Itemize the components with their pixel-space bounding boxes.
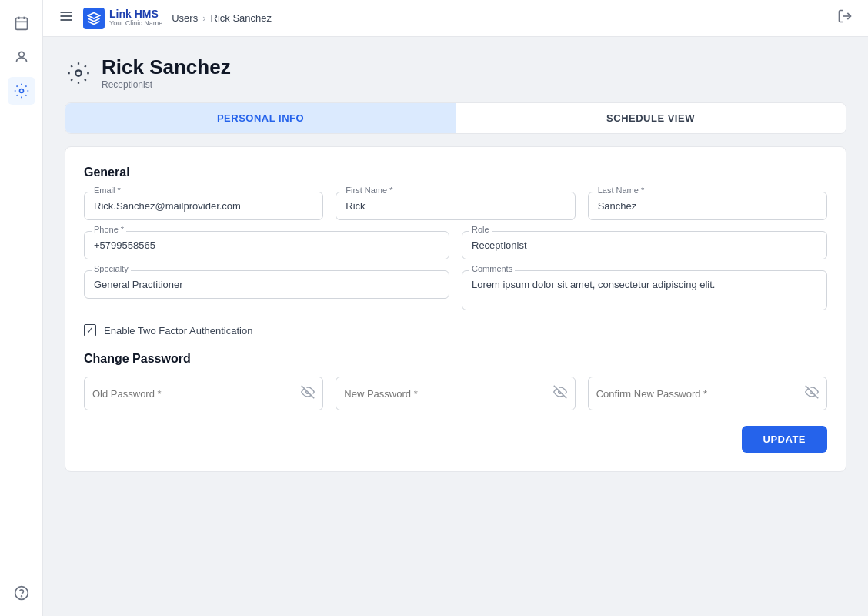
main-card: General Email * First Name * Last Name * <box>65 146 846 472</box>
update-button[interactable]: UPDATE <box>742 426 827 453</box>
brand-sub: Your Clinic Name <box>109 20 162 28</box>
hamburger-button[interactable] <box>58 8 74 28</box>
main-area: Link HMS Your Clinic Name Users › Rick S… <box>43 0 868 616</box>
brand-name: Link HMS <box>109 8 162 20</box>
logo: Link HMS Your Clinic Name <box>83 8 162 29</box>
specialty-label: Specialty <box>92 264 131 273</box>
email-input[interactable] <box>84 192 323 220</box>
role-input[interactable] <box>462 231 827 259</box>
last-name-label: Last Name * <box>596 186 647 195</box>
page-title: Rick Sanchez <box>102 55 231 79</box>
svg-point-4 <box>18 52 24 57</box>
tabs: PERSONAL INFO SCHEDULE VIEW <box>65 102 846 134</box>
phone-label: Phone * <box>92 225 126 234</box>
page-header: Rick Sanchez Receptionist <box>65 55 846 90</box>
comments-field: Comments Lorem ipsum dolor sit amet, con… <box>462 270 827 313</box>
twofa-label: Enable Two Factor Authentication <box>104 325 252 336</box>
first-name-label: First Name * <box>343 186 395 195</box>
checkmark-icon: ✓ <box>86 326 94 335</box>
form-row-1: Email * First Name * Last Name * <box>84 192 827 220</box>
first-name-input[interactable] <box>336 192 575 220</box>
sidebar-item-help[interactable] <box>8 579 35 607</box>
logo-text: Link HMS Your Clinic Name <box>109 8 162 28</box>
twofa-checkbox[interactable]: ✓ <box>84 324 96 336</box>
confirm-password-toggle[interactable] <box>805 385 819 402</box>
svg-point-7 <box>21 596 22 597</box>
password-row <box>84 377 827 410</box>
last-name-field: Last Name * <box>588 192 827 220</box>
actions-row: UPDATE <box>84 426 827 453</box>
svg-rect-0 <box>15 18 27 29</box>
form-row-2: Phone * Role <box>84 231 827 259</box>
tab-personal-info[interactable]: PERSONAL INFO <box>65 103 456 133</box>
new-password-toggle[interactable] <box>553 385 567 402</box>
svg-point-12 <box>75 70 82 76</box>
breadcrumb-users[interactable]: Users <box>172 12 198 24</box>
comments-input[interactable]: Lorem ipsum dolor sit amet, consectetur … <box>462 270 827 310</box>
general-section-title: General <box>84 166 827 179</box>
tab-schedule-view[interactable]: SCHEDULE VIEW <box>456 103 846 133</box>
topnav: Link HMS Your Clinic Name Users › Rick S… <box>43 0 868 37</box>
logo-icon <box>83 8 105 29</box>
role-label: Role <box>469 225 492 234</box>
breadcrumb-current: Rick Sanchez <box>211 12 272 24</box>
breadcrumb: Users › Rick Sanchez <box>172 12 272 24</box>
old-password-inner <box>84 377 323 410</box>
old-password-toggle[interactable] <box>301 385 315 402</box>
sidebar-item-calendar[interactable] <box>8 9 35 37</box>
content-area: Rick Sanchez Receptionist PERSONAL INFO … <box>43 37 868 616</box>
svg-point-5 <box>19 89 23 93</box>
form-row-3: Specialty Comments Lorem ipsum dolor sit… <box>84 270 827 313</box>
new-password-field <box>336 377 575 410</box>
email-field: Email * <box>84 192 323 220</box>
confirm-password-input[interactable] <box>596 388 805 400</box>
user-role: Receptionist <box>102 79 231 90</box>
email-label: Email * <box>92 186 123 195</box>
confirm-password-field <box>588 377 827 410</box>
confirm-password-inner <box>588 377 827 410</box>
first-name-field: First Name * <box>336 192 575 220</box>
specialty-input[interactable] <box>84 270 449 299</box>
last-name-input[interactable] <box>588 192 827 220</box>
phone-input[interactable] <box>84 231 449 259</box>
change-password-title: Change Password <box>84 352 827 366</box>
sidebar-item-user[interactable] <box>8 43 35 71</box>
breadcrumb-separator: › <box>202 12 205 24</box>
twofa-row: ✓ Enable Two Factor Authentication <box>84 324 827 336</box>
page-title-block: Rick Sanchez Receptionist <box>102 55 231 90</box>
new-password-input[interactable] <box>344 388 553 400</box>
old-password-field <box>84 377 323 410</box>
specialty-field: Specialty <box>84 270 449 313</box>
old-password-input[interactable] <box>92 388 301 400</box>
phone-field: Phone * <box>84 231 449 259</box>
sidebar <box>0 0 43 616</box>
comments-label: Comments <box>469 264 515 273</box>
logout-button[interactable] <box>837 8 853 28</box>
new-password-inner <box>336 377 575 410</box>
page-gear-icon <box>65 59 92 87</box>
role-field: Role <box>462 231 827 259</box>
sidebar-item-settings[interactable] <box>8 77 35 105</box>
